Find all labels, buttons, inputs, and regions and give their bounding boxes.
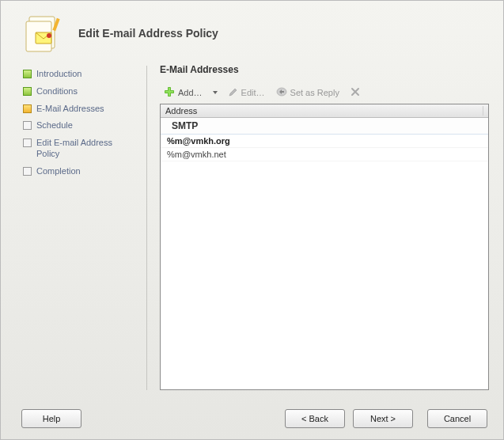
step-label: E-Mail Addresses <box>36 104 104 115</box>
reply-icon <box>276 87 287 99</box>
checkbox-icon <box>23 167 32 176</box>
step-label: Edit E-mail Address Policy <box>36 138 134 160</box>
step-edit-policy[interactable]: Edit E-mail Address Policy <box>23 135 134 163</box>
step-schedule[interactable]: Schedule <box>23 117 134 135</box>
set-as-reply-button[interactable]: Set as Reply <box>272 85 343 101</box>
wizard-window: Edit E-mail Address Policy Introduction … <box>0 0 504 440</box>
step-introduction[interactable]: Introduction <box>23 66 134 83</box>
section-title: E-Mail Addresses <box>160 64 489 75</box>
wizard-header: Edit E-mail Address Policy <box>1 1 503 61</box>
list-body[interactable]: SMTP %m@vmkh.org %m@vmkh.net <box>161 118 488 389</box>
set-as-reply-label: Set as Reply <box>290 88 339 97</box>
step-label: Introduction <box>36 69 81 80</box>
step-completion[interactable]: Completion <box>23 163 134 180</box>
edit-label: Edit… <box>241 88 265 97</box>
address-toolbar: Add… Edit… <box>160 82 489 104</box>
back-button[interactable]: < Back <box>285 409 345 428</box>
svg-rect-8 <box>165 91 173 93</box>
add-label: Add… <box>178 88 203 97</box>
list-item[interactable]: %m@vmkh.org <box>161 135 488 148</box>
next-button[interactable]: Next > <box>353 409 413 428</box>
checkbox-icon <box>23 104 32 113</box>
list-column-header[interactable]: Address <box>161 104 488 118</box>
x-icon <box>351 87 360 98</box>
wizard-content: E-Mail Addresses Add… <box>160 61 489 401</box>
checkbox-icon <box>23 138 32 147</box>
plus-icon <box>164 86 175 99</box>
wizard-body: Introduction Conditions E-Mail Addresses… <box>1 61 503 401</box>
list-item[interactable]: %m@vmkh.net <box>161 148 488 161</box>
step-email-addresses[interactable]: E-Mail Addresses <box>23 101 134 118</box>
checkbox-icon <box>23 121 32 130</box>
add-button[interactable]: Add… <box>160 84 207 101</box>
edit-button[interactable]: Edit… <box>224 85 269 101</box>
help-button[interactable]: Help <box>21 409 81 428</box>
envelope-pencil-icon <box>25 13 64 53</box>
svg-point-3 <box>47 33 51 38</box>
wizard-footer: Help < Back Next > Cancel <box>1 401 503 439</box>
column-address: Address <box>165 106 483 116</box>
step-label: Schedule <box>36 120 73 131</box>
delete-button[interactable] <box>347 85 364 101</box>
page-title: Edit E-mail Address Policy <box>78 27 218 40</box>
wizard-steps: Introduction Conditions E-Mail Addresses… <box>23 61 134 401</box>
dropdown-caret-icon[interactable] <box>213 91 218 94</box>
cancel-button[interactable]: Cancel <box>427 409 487 428</box>
step-conditions[interactable]: Conditions <box>23 83 134 101</box>
step-label: Completion <box>36 166 81 177</box>
vertical-divider <box>146 66 147 390</box>
pencil-icon <box>228 87 238 99</box>
address-list: Address SMTP %m@vmkh.org %m@vmkh.net <box>160 104 489 390</box>
checkbox-icon <box>23 70 32 78</box>
checkbox-icon <box>23 87 32 96</box>
step-label: Conditions <box>36 86 78 97</box>
group-row-smtp[interactable]: SMTP <box>161 118 488 135</box>
